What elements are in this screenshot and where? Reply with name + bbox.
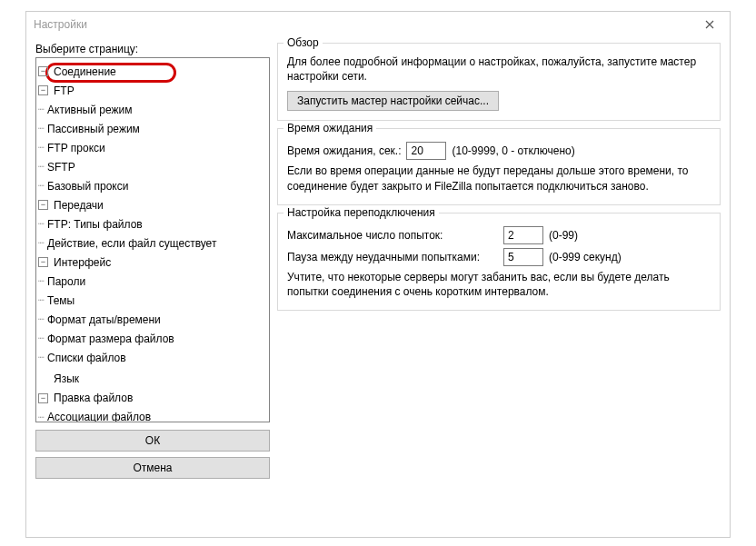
ok-button[interactable]: ОК xyxy=(35,430,270,452)
timeout-range: (10-9999, 0 - отключено) xyxy=(452,144,574,157)
timeout-input[interactable] xyxy=(406,142,446,160)
tree-item-passive-mode[interactable]: Пассивный режим xyxy=(45,123,142,135)
group-timeout: Время ожидания Время ожидания, сек.: (10… xyxy=(277,128,721,204)
expand-icon[interactable]: − xyxy=(38,85,48,95)
pause-range: (0-999 секунд) xyxy=(549,251,622,263)
select-page-label: Выберите страницу: xyxy=(35,43,270,55)
max-retries-range: (0-99) xyxy=(549,229,578,242)
window-title: Настройки xyxy=(34,18,87,31)
pause-label: Пауза между неудачными попытками: xyxy=(287,251,498,263)
tree-item-language[interactable]: Язык xyxy=(52,372,81,385)
wizard-button[interactable]: Запустить мастер настройки сейчас... xyxy=(287,91,499,111)
tree-item-ftp-proxy[interactable]: FTP прокси xyxy=(45,142,107,154)
pause-input[interactable] xyxy=(503,248,543,266)
max-retries-input[interactable] xyxy=(503,226,543,244)
tree-item-active-mode[interactable]: Активный режим xyxy=(45,104,134,116)
max-retries-label: Максимальное число попыток: xyxy=(287,229,498,242)
tree-item-ftp[interactable]: FTP xyxy=(52,84,76,97)
reconnect-note: Учтите, что некоторые серверы могут заба… xyxy=(287,270,711,299)
expand-icon[interactable]: − xyxy=(38,393,48,403)
tree-item-base-proxy[interactable]: Базовый прокси xyxy=(45,180,130,193)
tree-item-file-types[interactable]: FTP: Типы файлов xyxy=(45,218,144,231)
tree-item-passwords[interactable]: Пароли xyxy=(45,275,87,288)
group-reconnect: Настройка переподключения Максимальное ч… xyxy=(277,213,721,311)
settings-window: Настройки Выберите страницу: −Соединение… xyxy=(25,11,731,538)
close-icon xyxy=(705,20,714,29)
tree-item-file-exists[interactable]: Действие, если файл существует xyxy=(45,237,218,250)
group-title-reconnect: Настройка переподключения xyxy=(284,206,439,219)
right-pane: Обзор Для более подробной информации о н… xyxy=(277,43,721,479)
group-overview: Обзор Для более подробной информации о н… xyxy=(277,43,721,121)
tree-line: ┈ xyxy=(38,237,44,249)
close-button[interactable] xyxy=(693,14,726,35)
tree-item-themes[interactable]: Темы xyxy=(45,294,76,307)
timeout-note: Если во время операции данные не будут п… xyxy=(287,164,711,193)
settings-tree[interactable]: −Соединение −FTP ┈Активный режим ┈Пассив… xyxy=(35,57,270,422)
dialog-body: Выберите страницу: −Соединение −FTP ┈Акт… xyxy=(26,37,730,488)
tree-line: ┈ xyxy=(38,275,44,287)
titlebar: Настройки xyxy=(26,12,730,37)
timeout-label: Время ожидания, сек.: xyxy=(287,144,401,157)
tree-line: ┈ xyxy=(38,161,44,173)
tree-item-transfers[interactable]: Передачи xyxy=(52,199,105,212)
tree-line: ┈ xyxy=(38,412,44,423)
tree-line: ┈ xyxy=(38,218,44,230)
tree-line: ┈ xyxy=(38,142,44,154)
tree-line: ┈ xyxy=(38,180,44,192)
tree-line: ┈ xyxy=(38,104,44,115)
tree-item-edit-files[interactable]: Правка файлов xyxy=(52,392,134,404)
tree-line: ┈ xyxy=(38,294,44,306)
tree-line: ┈ xyxy=(38,352,44,363)
tree-item-connection[interactable]: Соединение xyxy=(52,65,118,78)
cancel-button[interactable]: Отмена xyxy=(35,457,270,479)
left-pane: Выберите страницу: −Соединение −FTP ┈Акт… xyxy=(35,43,270,479)
tree-item-interface[interactable]: Интерфейс xyxy=(52,256,113,269)
tree-line: ┈ xyxy=(38,333,44,344)
group-title-overview: Обзор xyxy=(284,36,323,49)
tree-item-filelists[interactable]: Списки файлов xyxy=(45,352,128,364)
overview-text: Для более подробной информации о настрой… xyxy=(287,55,711,84)
group-title-timeout: Время ожидания xyxy=(284,122,376,134)
expand-icon[interactable]: − xyxy=(38,200,48,210)
tree-line: ┈ xyxy=(38,313,44,325)
expand-icon[interactable]: − xyxy=(38,66,48,76)
tree-item-datetime[interactable]: Формат даты/времени xyxy=(45,313,163,326)
tree-item-file-assoc[interactable]: Ассоциации файлов xyxy=(45,411,153,422)
tree-item-sftp[interactable]: SFTP xyxy=(45,161,77,174)
tree-item-filesize[interactable]: Формат размера файлов xyxy=(45,333,176,345)
tree-line: ┈ xyxy=(38,123,44,134)
expand-icon[interactable]: − xyxy=(38,257,48,267)
